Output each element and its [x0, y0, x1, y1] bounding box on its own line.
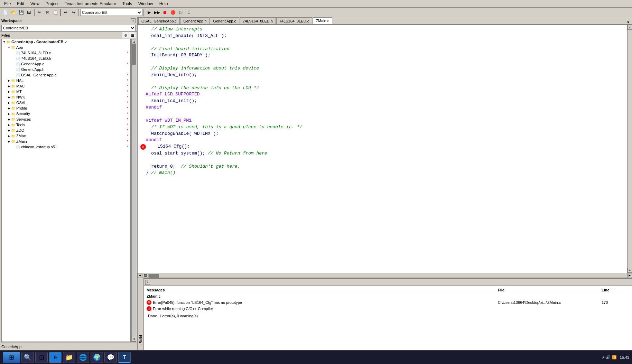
config-dropdown[interactable]: CoordinatorEB [80, 9, 142, 16]
nwk-label: NWK [16, 95, 25, 99]
tree-mac[interactable]: ▶ 📁 MAC * [2, 83, 130, 89]
new-file-btn[interactable]: 📄 [1, 9, 9, 16]
tree-zmain[interactable]: ▶ 📁 ZMain * [2, 139, 130, 144]
tab-genericappc[interactable]: GenericApp.c [210, 17, 239, 24]
tab-genericapph[interactable]: GenericApp.h [180, 17, 210, 24]
mt-arrow: ▶ [7, 90, 11, 93]
tree-osalappc[interactable]: 📄 OSAL_GenericApp.c * [2, 72, 130, 78]
tab-74ls164h[interactable]: 74LS164_8LED.h [240, 17, 276, 24]
taskbar-task-view[interactable]: ⊡ [35, 352, 48, 363]
messages-close-btn[interactable]: × [145, 280, 150, 285]
tree-tools[interactable]: ▶ 📁 Tools * [2, 122, 130, 128]
save-btn[interactable]: 💾 [17, 9, 25, 16]
tab-zmainc[interactable]: ZMain.c [313, 17, 332, 24]
ws-scroll-down[interactable]: ▼ [132, 337, 136, 342]
copy-btn[interactable]: ⎘ [44, 9, 51, 16]
tray-volume[interactable]: 📶 [612, 355, 617, 360]
services-arrow: ▶ [7, 118, 11, 121]
tree-74ls164h[interactable]: 📄 74LS164_8LED.h [2, 56, 130, 61]
menu-window[interactable]: Window [136, 1, 156, 7]
taskbar: ⊞ 🔍 ⊡ e 📁 🌐 🌍 💬 T ∧ 🔊 📶 15:43 [0, 350, 632, 364]
tree-74ls164c[interactable]: 📄 74LS164_8LED.c * [2, 50, 130, 56]
messages-panel-header: × [144, 279, 632, 286]
sep1 [34, 9, 35, 16]
menu-project[interactable]: Project [43, 1, 61, 7]
tree-genericapph[interactable]: 📄 GenericApp.h [2, 67, 130, 72]
workspace-scrollbar: ▲ ▼ [131, 39, 136, 342]
redo-btn[interactable]: ↪ [70, 9, 77, 16]
hscroll-right-btn[interactable]: ▶ [627, 273, 632, 278]
undo-btn[interactable]: ↩ [62, 9, 69, 16]
workspace-close-btn[interactable]: × [131, 18, 136, 23]
stop-btn[interactable]: ⏹ [161, 9, 169, 16]
tray-arrow[interactable]: ∧ [602, 355, 604, 359]
vscroll-track[interactable] [628, 30, 632, 268]
taskbar-start-btn[interactable]: ⊞ [3, 352, 20, 363]
tree-zmac[interactable]: ▶ 📁 ZMac * [2, 133, 130, 139]
taskbar-explorer[interactable]: 📁 [63, 352, 75, 363]
vscroll-down-btn[interactable]: ▼ [628, 268, 632, 273]
build-label[interactable]: Build [139, 335, 143, 343]
tray-network[interactable]: 🔊 [606, 355, 611, 360]
tree-security[interactable]: ▶ 📁 Security * [2, 111, 130, 116]
taskbar-app3[interactable]: 💬 [104, 352, 117, 363]
menu-help[interactable]: Help [157, 1, 171, 7]
code-editor[interactable]: // Allow interrupts osal_int_enable( INT… [138, 25, 627, 273]
msg-line-cell-2 [602, 308, 629, 309]
profile-folder-icon: 📁 [11, 106, 16, 111]
ws-scroll-up[interactable]: ▲ [132, 39, 136, 44]
menu-tools[interactable]: Tools [120, 1, 135, 7]
hal-arrow: ▶ [7, 79, 11, 82]
hscroll-track[interactable] [148, 274, 627, 277]
tree-mt[interactable]: ▶ 📁 MT * [2, 89, 130, 94]
menu-view[interactable]: View [28, 1, 42, 7]
tree-chincon[interactable]: 📄 chincon_cstartup.s51 * [2, 144, 130, 150]
debug-btn[interactable]: 🔴 [169, 9, 177, 16]
messages-error-row-2[interactable]: ✕ Error while running C/C++ Compiler [147, 306, 629, 312]
tree-genericappc[interactable]: 📄 GenericApp.c * [2, 61, 130, 67]
tools-folder-icon: 📁 [11, 122, 16, 127]
taskbar-browser2[interactable]: 🌍 [91, 352, 103, 363]
open-btn[interactable]: 📂 [9, 9, 17, 16]
taskbar-chrome[interactable]: 🌐 [77, 352, 89, 363]
messages-error-row-1[interactable]: ✕ Error[Pa045]: function "LS164_Cfg" has… [147, 299, 629, 306]
tree-services[interactable]: ▶ 📁 Services * [2, 116, 130, 122]
save-all-btn[interactable]: 🖫 [25, 9, 33, 16]
files-config-btn[interactable]: ⚙ [122, 32, 129, 38]
tree-nwk[interactable]: ▶ 📁 NWK * [2, 94, 130, 100]
paste-btn[interactable]: 📋 [52, 9, 59, 16]
taskbar-edge[interactable]: e [49, 352, 62, 363]
tree-root[interactable]: ▼ 📁 GenericApp - CoordinatorEB ✓ [2, 39, 130, 45]
build-btn[interactable]: ▶▶ [153, 9, 161, 16]
hscroll-left-btn[interactable]: ◀ [138, 273, 142, 278]
run-btn[interactable]: ▷ [177, 9, 185, 16]
taskbar-iar[interactable]: T [118, 352, 131, 363]
cut-btn[interactable]: ✂ [36, 9, 43, 16]
tree-hal[interactable]: ▶ 📁 HAL * [2, 78, 130, 83]
ws-scroll-thumb [132, 44, 136, 65]
tree-profile[interactable]: ▶ 📁 Profile * [2, 105, 130, 111]
files-view-btn[interactable]: ☰ [129, 32, 136, 38]
tree-zdo[interactable]: ▶ 📁 ZDO * [2, 128, 130, 133]
menu-ti-emulator[interactable]: Texas Instruments Emulator [62, 1, 119, 7]
editor-vscroll: ▲ ▼ [627, 25, 632, 273]
menu-file[interactable]: File [1, 1, 13, 7]
vscroll-up-btn[interactable]: ▲ [628, 25, 632, 30]
workspace-config-select[interactable]: CoordinatorEB [1, 25, 136, 31]
tools-label: Tools [16, 123, 25, 127]
modified-mt: * [127, 90, 128, 94]
tab-osal-genericappc[interactable]: OSAL_GenericApp.c [138, 17, 180, 24]
tab-overflow-btn[interactable]: ▼ [626, 20, 630, 24]
tree-app-folder[interactable]: ▼ 📁 App [2, 45, 130, 50]
tree-osal[interactable]: ▶ 📁 OSAL * [2, 100, 130, 105]
menu-edit[interactable]: Edit [14, 1, 27, 7]
compile-btn[interactable]: ▶ [145, 9, 153, 16]
zmac-folder-icon: 📁 [11, 133, 16, 138]
tab-74ls164c[interactable]: 74LS164_8LED.c [276, 17, 312, 24]
ws-scroll-track[interactable] [132, 44, 136, 337]
tab-74ls164h-label: 74LS164_8LED.h [243, 19, 273, 23]
file-tree: ▼ 📁 GenericApp - CoordinatorEB ✓ ▼ 📁 App [1, 39, 131, 342]
taskbar-clock[interactable]: 15:43 [620, 355, 629, 360]
taskbar-search[interactable]: 🔍 [21, 352, 34, 363]
step-btn[interactable]: ⤵ [185, 9, 193, 16]
